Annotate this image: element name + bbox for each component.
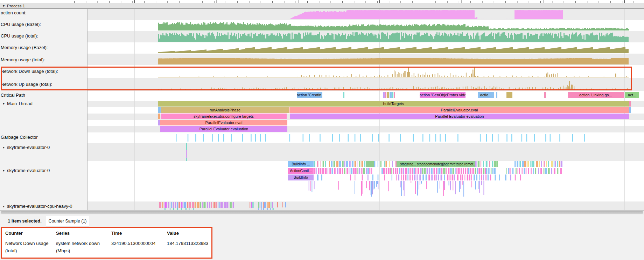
main-thread-span[interactable]: Parallel Evaluator evaluation xyxy=(160,126,287,132)
counter-label-5-text: Network Down usage (total): xyxy=(1,69,58,74)
main-thread-label[interactable]: ▾Main Thread xyxy=(3,101,33,107)
skyframe2-span[interactable]: BuildInfo ... xyxy=(288,161,314,167)
critical-path-label: Critical Path xyxy=(1,92,25,98)
counter-label-1: CPU usage (Bazel): xyxy=(1,21,41,28)
trace-viewer: ▾Process 1action 'Creatin...action 'GenO… xyxy=(0,0,644,260)
critical-path-action[interactable]: action 'GenObjcProtos video/... xyxy=(420,92,465,98)
skyframe-cpu-heavy-label[interactable]: ▾skyframe-evaluator-cpu-heavy-0 xyxy=(3,203,72,210)
counter-label-6-text: Network Up usage (total): xyxy=(1,82,52,87)
chart-action-count[interactable] xyxy=(290,10,629,19)
skyframe-evaluator-0-label-2-text: skyframe-evaluator-0 xyxy=(7,168,50,173)
counter-label-6: Network Up usage (total): xyxy=(1,81,52,88)
col-header-value: Value xyxy=(167,231,179,236)
staging-label: stagstag... xyxy=(400,161,416,167)
collapse-triangle-icon: ▾ xyxy=(3,203,5,210)
gc-ticks[interactable] xyxy=(176,134,585,142)
skyframe2-span[interactable]: ActionConti... xyxy=(288,168,314,174)
counter-label-2: CPU usage (total): xyxy=(1,33,38,39)
col-header-counter: Counter xyxy=(5,231,23,236)
skyframe-evaluator-0-label-text: skyframe-evaluator-0 xyxy=(7,145,50,150)
selection-status: 1 item selected. xyxy=(8,218,42,224)
staging-span[interactable]: stagstag...stagagemonategjagemretatge.re… xyxy=(397,161,475,167)
counter-label-3: Memory usage (Bazel): xyxy=(1,45,48,51)
garbage-collector-label: Garbage Collector xyxy=(1,134,38,141)
skyframe-evaluator-0-label[interactable]: ▾skyframe-evaluator-0 xyxy=(3,144,50,151)
counter-label-5: Network Down usage (total): xyxy=(1,68,58,75)
main-thread-span[interactable]: ParallelEvaluator.eval xyxy=(160,120,287,125)
garbage-collector-label-text: Garbage Collector xyxy=(1,135,38,140)
critical-path-action[interactable]: act... xyxy=(625,92,639,98)
timeline-area[interactable]: ▾Process 1action 'Creatin...action 'GenO… xyxy=(0,0,644,210)
cell-value: 184.1793113323983 xyxy=(167,240,208,247)
chart-network-up[interactable] xyxy=(158,81,629,90)
col-header-time: Time xyxy=(111,231,122,236)
critical-path-label-text: Critical Path xyxy=(1,93,25,98)
main-thread-span[interactable]: ParallelEvaluator.eval xyxy=(289,107,629,113)
chart-network-down[interactable] xyxy=(158,67,629,77)
chart-cpu-bazel[interactable] xyxy=(158,22,629,30)
main-thread-span[interactable]: skyframeExecutor.configureTargets xyxy=(161,114,287,119)
collapse-triangle-icon: ▾ xyxy=(3,101,5,107)
main-thread-span[interactable]: runAnalysisPhase xyxy=(161,107,289,113)
collapse-triangle-icon: ▾ xyxy=(3,167,5,174)
main-thread-span[interactable]: Parallel Evaluator evaluation xyxy=(290,114,629,119)
details-panel: 1 item selected. Counter Sample (1) Coun… xyxy=(0,214,644,260)
scrollbar-thumb[interactable] xyxy=(1,211,643,214)
main-thread-label-text: Main Thread xyxy=(7,101,33,106)
horizontal-scrollbar xyxy=(0,210,644,214)
critical-path-action[interactable]: actio... xyxy=(478,92,494,98)
ruler-ticks[interactable] xyxy=(74,0,634,3)
cpu-heavy-slices[interactable] xyxy=(159,202,286,210)
cell-series: system network down (Mbps) xyxy=(56,240,107,254)
col-header-series: Series xyxy=(56,231,70,236)
counter-label-0: action count: xyxy=(1,10,27,16)
counter-label-2-text: CPU usage (total): xyxy=(1,33,38,39)
counter-label-4: Memory usage (total): xyxy=(1,57,45,63)
skyframe-evaluator-0-label-2[interactable]: ▾skyframe-evaluator-0 xyxy=(3,167,50,174)
skyframe1-slices[interactable] xyxy=(186,143,187,161)
cell-time: 324190.51300000004 xyxy=(111,240,156,247)
tab-counter-sample[interactable]: Counter Sample (1) xyxy=(46,216,89,226)
skyframe-cpu-heavy-label-text: skyframe-evaluator-cpu-heavy-0 xyxy=(7,204,72,209)
skyframe2-span[interactable]: BuildInfo xyxy=(288,175,314,180)
chart-cpu-total[interactable] xyxy=(158,32,629,42)
cell-counter: Network Down usage (total) xyxy=(5,240,52,254)
critical-path-action[interactable]: action 'Creatin... xyxy=(297,92,322,98)
staging-label: stagagemonategjagemretatge.remot... xyxy=(417,161,475,167)
chart-mem-total[interactable] xyxy=(158,58,629,64)
counter-label-3-text: Memory usage (Bazel): xyxy=(1,45,48,50)
counter-label-4-text: Memory usage (total): xyxy=(1,57,45,62)
counter-label-0-text: action count: xyxy=(1,10,27,15)
counter-label-1-text: CPU usage (Bazel): xyxy=(1,22,41,27)
highlight-box-table: Counter Series Time Value Network Down u… xyxy=(1,227,212,259)
main-thread-span[interactable]: buildTargets xyxy=(158,101,629,107)
chart-mem-bazel[interactable] xyxy=(158,47,629,53)
critical-path-action[interactable]: action 'Linking go... xyxy=(568,92,624,98)
table-header-divider xyxy=(2,238,211,238)
collapse-triangle-icon: ▾ xyxy=(3,144,5,151)
